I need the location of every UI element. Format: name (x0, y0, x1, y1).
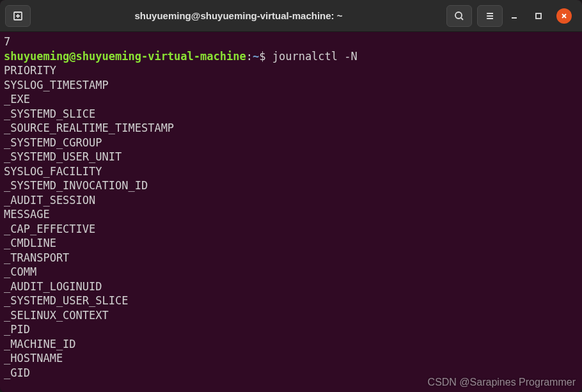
new-tab-button[interactable] (5, 5, 31, 27)
previous-output: 7 (4, 35, 10, 48)
close-button[interactable] (556, 8, 572, 24)
close-icon (560, 12, 568, 20)
menu-button[interactable] (477, 5, 503, 27)
prompt-path: ~ (253, 50, 259, 63)
window-title: shuyueming@shuyueming-virtual-machine: ~ (36, 10, 441, 21)
command-text: journalctl -N (272, 50, 358, 63)
terminal-body[interactable]: 7 shuyueming@shuyueming-virtual-machine:… (0, 32, 582, 392)
svg-point-3 (455, 12, 462, 19)
svg-line-4 (461, 18, 463, 20)
prompt-symbol: $ (259, 50, 265, 63)
maximize-button[interactable] (532, 10, 545, 22)
search-icon (453, 10, 465, 22)
search-button[interactable] (446, 5, 472, 27)
watermark: CSDN @Sarapines Programmer (428, 377, 576, 388)
minimize-button[interactable] (508, 10, 521, 22)
hamburger-icon (484, 10, 496, 22)
command-output: PRIORITY SYSLOG_TIMESTAMP _EXE _SYSTEMD_… (4, 64, 174, 379)
minimize-icon (510, 12, 519, 20)
titlebar: shuyueming@shuyueming-virtual-machine: ~ (0, 0, 582, 32)
prompt-separator: : (246, 50, 253, 63)
prompt-line: shuyueming@shuyueming-virtual-machine:~$… (4, 50, 358, 63)
terminal-window: shuyueming@shuyueming-virtual-machine: ~ (0, 0, 582, 392)
maximize-icon (534, 12, 543, 20)
prompt-user-host: shuyueming@shuyueming-virtual-machine (4, 50, 246, 63)
window-controls (508, 8, 577, 24)
svg-rect-9 (536, 13, 541, 19)
new-tab-icon (12, 10, 24, 22)
